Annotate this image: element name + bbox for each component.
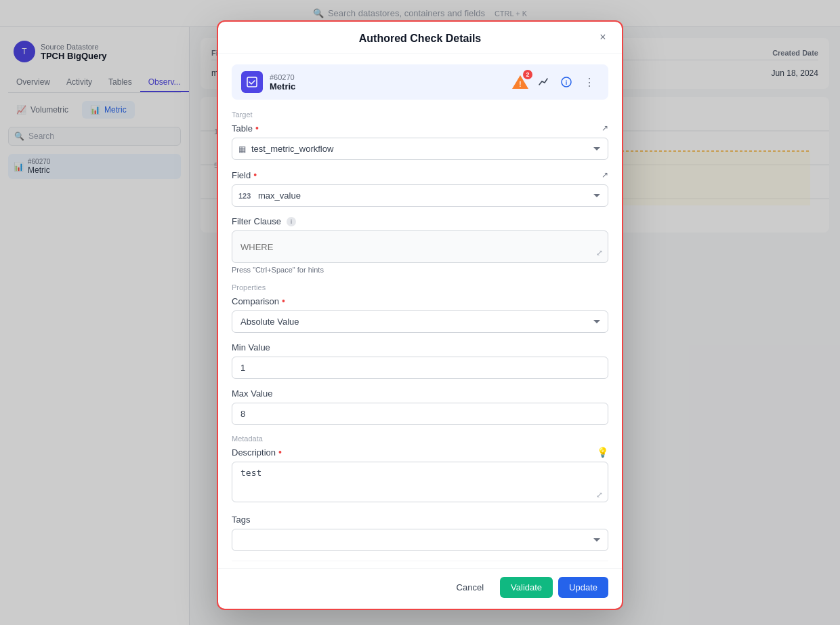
metadata-section-label: Metadata <box>232 435 608 443</box>
comparison-group: Comparison • Absolute ValuePercentageRel… <box>232 296 608 333</box>
where-input-wrapper: ⤢ <box>232 230 608 263</box>
trend-chart-icon <box>538 77 549 87</box>
modal-header: Authored Check Details × <box>218 22 622 54</box>
field-field-group: Field • ↗ 123 max_value <box>232 169 608 207</box>
max-value-label: Max Value <box>232 388 608 399</box>
comparison-label: Comparison <box>232 296 279 306</box>
target-section-label: Target <box>232 110 608 119</box>
svg-text:!: ! <box>519 81 521 88</box>
filter-info-icon: i <box>287 217 296 226</box>
check-id: #60270 <box>270 73 295 81</box>
description-textarea-wrapper: test ⤢ <box>232 462 608 505</box>
comparison-required: • <box>282 296 285 306</box>
modal-close-button[interactable]: × <box>595 29 611 45</box>
min-value-input[interactable] <box>232 357 608 379</box>
svg-rect-9 <box>247 77 257 87</box>
textarea-expand-icon: ⤢ <box>596 490 603 500</box>
validate-button[interactable]: Validate <box>500 577 553 598</box>
max-value-input[interactable] <box>232 403 608 425</box>
additional-metadata: Additional Metadata Enhance the check de… <box>232 561 608 568</box>
comparison-select[interactable]: Absolute ValuePercentageRelative <box>232 310 608 333</box>
info-icon: i <box>561 77 572 87</box>
check-card-left: #60270 Metric <box>241 71 295 93</box>
properties-section-label: Properties <box>232 283 608 291</box>
filter-clause-group: Filter Clause i ⤢ Press "Ctrl+Space" for… <box>232 216 608 274</box>
filter-label: Filter Clause <box>232 216 281 226</box>
description-required: • <box>278 447 282 458</box>
check-icon-box <box>241 71 263 93</box>
info-icon-btn[interactable]: i <box>557 73 576 92</box>
description-textarea[interactable]: test <box>232 462 608 502</box>
field-expand-icon[interactable]: ↗ <box>602 170 608 180</box>
table-select[interactable]: test_metric_workflow <box>232 138 608 160</box>
description-label-row: Description • 💡 <box>232 447 608 458</box>
filter-hint: Press "Ctrl+Space" for hints <box>232 266 608 274</box>
field-select-wrapper: 123 max_value <box>232 184 608 207</box>
check-type: Metric <box>270 81 295 92</box>
field-select[interactable]: max_value <box>232 184 608 207</box>
filter-expand-icon: ⤢ <box>596 248 603 258</box>
cancel-button[interactable]: Cancel <box>446 577 495 598</box>
ellipsis-icon: ⋮ <box>584 76 595 89</box>
min-value-group: Min Value <box>232 342 608 379</box>
filter-input[interactable] <box>232 230 608 263</box>
table-expand-icon[interactable]: ↗ <box>602 123 608 133</box>
chart-icon-btn[interactable] <box>534 73 553 92</box>
update-button[interactable]: Update <box>558 577 608 598</box>
tags-select[interactable] <box>232 529 608 551</box>
tags-label: Tags <box>232 515 608 525</box>
table-label: Table <box>232 123 253 134</box>
svg-text:i: i <box>566 79 568 86</box>
description-label: Description <box>232 447 276 458</box>
check-square-icon <box>247 77 257 87</box>
description-group: Description • 💡 test ⤢ <box>232 447 608 505</box>
modal-title: Authored Check Details <box>359 33 481 45</box>
comparison-label-row: Comparison • <box>232 296 608 306</box>
description-lightbulb-icon[interactable]: 💡 <box>597 447 608 458</box>
modal-body: #60270 Metric ! 2 <box>218 54 622 568</box>
check-card: #60270 Metric ! 2 <box>232 64 608 100</box>
table-field-group: Table • ↗ ▦ test_metric_workflow <box>232 123 608 160</box>
table-prefix-icon: ▦ <box>238 144 246 154</box>
more-options-btn[interactable]: ⋮ <box>580 73 599 92</box>
field-prefix-icon: 123 <box>238 192 251 200</box>
tags-group: Tags <box>232 515 608 551</box>
min-value-label: Min Value <box>232 342 608 352</box>
alert-count-badge: 2 <box>523 70 532 79</box>
max-value-group: Max Value <box>232 388 608 425</box>
check-info: #60270 Metric <box>270 73 295 92</box>
check-card-right: ! 2 i ⋮ <box>511 73 599 92</box>
table-required: • <box>255 123 259 134</box>
filter-label-row: Filter Clause i <box>232 216 608 226</box>
table-field-label-row: Table • ↗ <box>232 123 608 134</box>
field-label: Field <box>232 170 251 180</box>
table-select-wrapper: ▦ test_metric_workflow <box>232 138 608 160</box>
alert-badge[interactable]: ! 2 <box>511 73 530 92</box>
modal-footer: Cancel Validate Update <box>218 568 622 609</box>
modal: Authored Check Details × #60270 Metric <box>217 20 623 610</box>
field-label-row: Field • ↗ <box>232 169 608 180</box>
field-required: • <box>253 169 257 180</box>
